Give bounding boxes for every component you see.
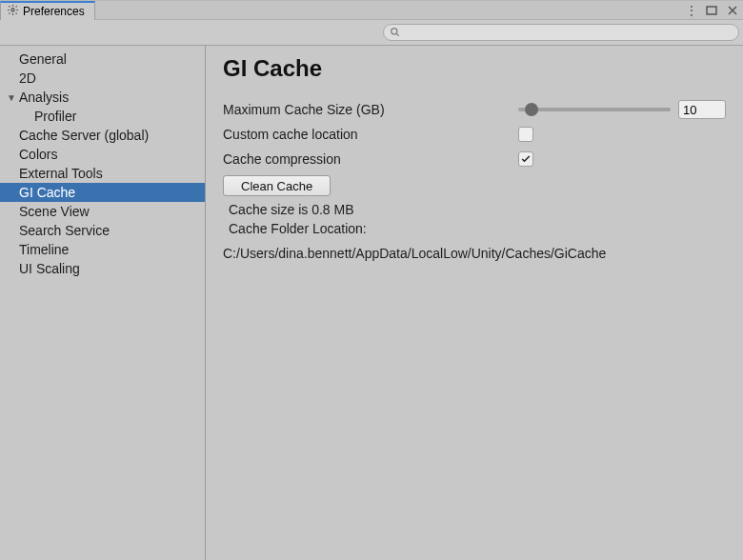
sidebar-item-scene-view[interactable]: Scene View xyxy=(0,202,205,221)
window-tab-label: Preferences xyxy=(23,5,85,18)
sidebar-item-label: GI Cache xyxy=(19,185,75,200)
sidebar-item-colors[interactable]: Colors xyxy=(0,145,205,164)
sidebar-item-analysis[interactable]: ▼ Analysis xyxy=(0,88,205,107)
sidebar-item-ui-scaling[interactable]: UI Scaling xyxy=(0,259,205,278)
sidebar-item-label: General xyxy=(19,51,67,67)
titlebar-controls: ⋮ xyxy=(684,1,739,20)
max-cache-slider[interactable] xyxy=(518,108,671,111)
caret-down-icon[interactable]: ▼ xyxy=(6,92,17,103)
row-compression: Cache compression xyxy=(223,147,726,171)
sidebar-item-gi-cache[interactable]: GI Cache xyxy=(0,183,205,202)
sidebar-item-label: External Tools xyxy=(19,166,103,181)
sidebar-item-timeline[interactable]: Timeline xyxy=(0,240,205,259)
cache-size-text: Cache size is 0.8 MB xyxy=(223,200,726,219)
cache-folder-label: Cache Folder Location: xyxy=(223,219,726,238)
sidebar: General 2D ▼ Analysis Profiler Cache Ser… xyxy=(0,46,206,560)
max-cache-label: Maximum Cache Size (GB) xyxy=(223,102,518,117)
kebab-menu-icon[interactable]: ⋮ xyxy=(684,4,697,17)
svg-rect-1 xyxy=(707,7,716,14)
sidebar-item-label: Colors xyxy=(19,147,57,162)
svg-point-2 xyxy=(392,28,397,33)
sidebar-item-label: Search Service xyxy=(19,223,110,238)
panel-title: GI Cache xyxy=(223,55,726,82)
sidebar-item-label: Analysis xyxy=(19,90,69,105)
max-cache-input[interactable] xyxy=(678,100,726,119)
titlebar: Preferences ⋮ xyxy=(0,0,743,19)
sidebar-item-2d[interactable]: 2D xyxy=(0,69,205,88)
search-box[interactable] xyxy=(383,24,739,41)
sidebar-item-label: Timeline xyxy=(19,242,69,257)
row-max-cache: Maximum Cache Size (GB) xyxy=(223,97,726,122)
maximize-icon[interactable] xyxy=(705,4,718,17)
search-input[interactable] xyxy=(404,27,733,38)
cache-folder-path: C:/Users/dina.bennett/AppData/LocalLow/U… xyxy=(223,238,726,263)
custom-location-label: Custom cache location xyxy=(223,127,518,142)
compression-checkbox[interactable] xyxy=(518,151,533,167)
close-icon[interactable] xyxy=(726,4,739,17)
sidebar-item-label: Cache Server (global) xyxy=(19,128,149,143)
sidebar-item-label: UI Scaling xyxy=(19,261,80,276)
search-icon xyxy=(390,26,400,40)
sidebar-item-profiler[interactable]: Profiler xyxy=(0,107,205,126)
compression-label: Cache compression xyxy=(223,151,518,167)
sidebar-item-cache-server[interactable]: Cache Server (global) xyxy=(0,126,205,145)
clean-cache-button[interactable]: Clean Cache xyxy=(223,175,331,196)
main-panel: GI Cache Maximum Cache Size (GB) Custom … xyxy=(206,46,743,560)
sidebar-item-search-service[interactable]: Search Service xyxy=(0,221,205,240)
body: General 2D ▼ Analysis Profiler Cache Ser… xyxy=(0,46,743,560)
svg-point-0 xyxy=(11,9,14,11)
sidebar-item-external-tools[interactable]: External Tools xyxy=(0,164,205,183)
gear-icon xyxy=(7,4,19,19)
sidebar-item-label: 2D xyxy=(19,70,36,86)
window-tab[interactable]: Preferences xyxy=(0,1,95,20)
clean-cache-button-label: Clean Cache xyxy=(241,179,312,193)
custom-location-checkbox[interactable] xyxy=(518,127,533,142)
sidebar-item-label: Profiler xyxy=(34,109,76,124)
sidebar-item-general[interactable]: General xyxy=(0,50,205,69)
searchbar xyxy=(0,19,743,46)
row-custom-location: Custom cache location xyxy=(223,122,726,147)
sidebar-item-label: Scene View xyxy=(19,204,90,219)
